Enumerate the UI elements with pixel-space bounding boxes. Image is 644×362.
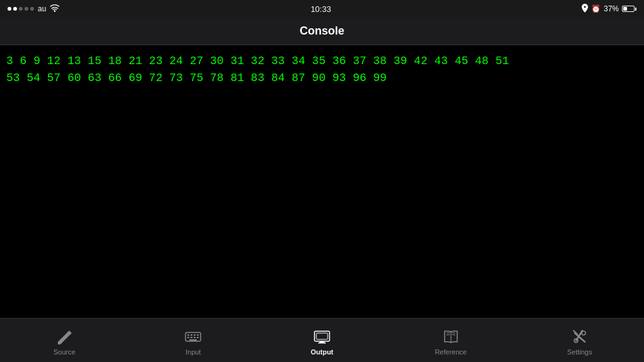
- console-line-2: 53 54 57 60 63 66 69 72 73 75 78 81 83 8…: [6, 70, 638, 87]
- svg-line-18: [452, 334, 455, 335]
- svg-rect-1: [187, 334, 189, 336]
- page-title: Console: [299, 25, 344, 38]
- settings-icon: [571, 328, 589, 346]
- status-time: 10:33: [311, 4, 331, 14]
- signal-dot-4: [25, 7, 28, 11]
- svg-rect-12: [319, 341, 325, 343]
- tab-reference[interactable]: Reference: [386, 323, 515, 358]
- svg-rect-13: [318, 343, 326, 344]
- status-right: ⏰ 37%: [582, 4, 636, 14]
- svg-rect-7: [194, 337, 196, 338]
- svg-point-21: [582, 331, 586, 335]
- battery-icon: [622, 6, 636, 12]
- battery-percent: 37%: [604, 4, 619, 13]
- location-icon: [582, 4, 588, 14]
- signal-dot-2: [13, 7, 17, 11]
- svg-line-17: [452, 332, 455, 333]
- output-icon: [313, 328, 331, 346]
- svg-line-15: [447, 332, 450, 333]
- signal-dot-5: [30, 7, 34, 11]
- svg-rect-4: [197, 334, 199, 336]
- tab-source[interactable]: Source: [0, 323, 129, 358]
- svg-rect-5: [187, 337, 189, 338]
- source-icon: [55, 328, 73, 346]
- tab-reference-label: Reference: [435, 348, 467, 356]
- status-bar: au 10:33 ⏰ 37%: [0, 0, 644, 18]
- carrier-label: au: [38, 4, 46, 13]
- console-line-1: 3 6 9 12 13 15 18 21 23 24 27 30 31 32 3…: [6, 53, 638, 70]
- svg-rect-2: [191, 334, 192, 336]
- status-left: au: [8, 4, 60, 14]
- signal-dots: [8, 7, 34, 11]
- tab-output-label: Output: [311, 348, 333, 356]
- svg-rect-8: [197, 337, 199, 338]
- signal-dot-3: [19, 7, 23, 11]
- svg-line-16: [447, 334, 450, 335]
- tab-output[interactable]: Output: [258, 323, 387, 358]
- tab-input-label: Input: [186, 348, 201, 356]
- svg-rect-9: [189, 339, 197, 341]
- wifi-icon: [50, 4, 60, 14]
- signal-dot-1: [8, 7, 11, 11]
- input-icon: [184, 328, 202, 346]
- svg-rect-11: [316, 333, 328, 339]
- reference-icon: [442, 328, 460, 346]
- alarm-icon: ⏰: [591, 4, 601, 13]
- tab-source-label: Source: [53, 348, 75, 356]
- svg-rect-6: [191, 337, 192, 338]
- tab-input[interactable]: Input: [129, 323, 258, 358]
- svg-rect-3: [194, 334, 196, 336]
- title-bar: Console: [0, 18, 644, 45]
- tab-settings-label: Settings: [567, 348, 592, 356]
- svg-rect-10: [314, 331, 330, 341]
- console-output: 3 6 9 12 13 15 18 21 23 24 27 30 31 32 3…: [6, 53, 638, 87]
- tab-bar: Source Input: [0, 318, 644, 362]
- tab-settings[interactable]: Settings: [515, 323, 644, 358]
- console-area: 3 6 9 12 13 15 18 21 23 24 27 30 31 32 3…: [0, 45, 644, 318]
